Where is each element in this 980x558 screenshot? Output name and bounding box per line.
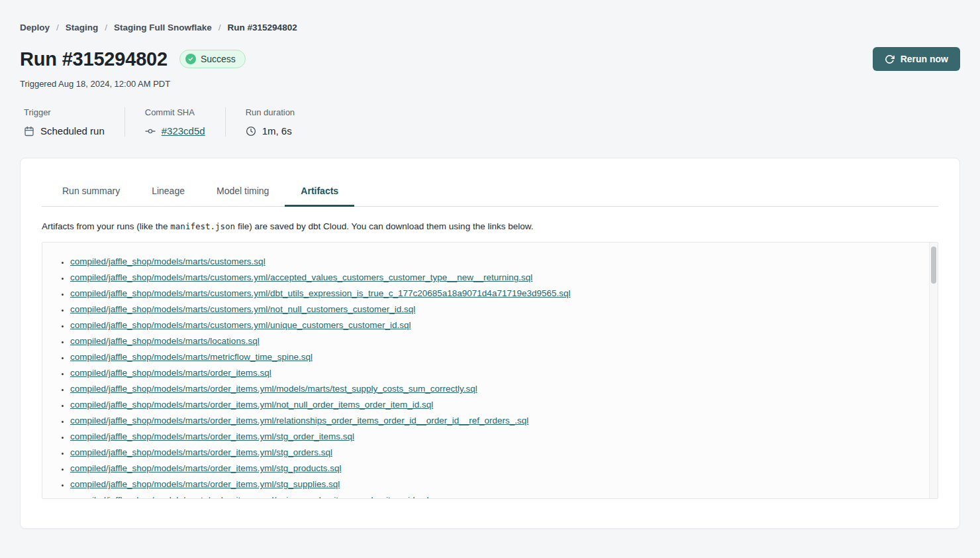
artifacts-intro-text: Artifacts from your runs (like the manif… bbox=[42, 221, 938, 231]
meta-trigger: Trigger Scheduled run bbox=[20, 107, 124, 137]
tab-bar: Run summary Lineage Model timing Artifac… bbox=[42, 177, 938, 207]
artifact-link[interactable]: compiled/jaffle_shop/models/marts/custom… bbox=[70, 320, 411, 330]
artifact-link[interactable]: compiled/jaffle_shop/models/marts/metric… bbox=[70, 352, 313, 362]
artifact-list-item: compiled/jaffle_shop/models/marts/locati… bbox=[70, 333, 918, 349]
run-meta-row: Trigger Scheduled run Commit SHA bbox=[20, 107, 960, 137]
artifact-link[interactable]: compiled/jaffle_shop/models/marts/order_… bbox=[70, 400, 433, 410]
artifact-list-item: compiled/jaffle_shop/models/marts/order_… bbox=[70, 397, 918, 413]
artifact-link[interactable]: compiled/jaffle_shop/models/marts/order_… bbox=[70, 368, 271, 378]
artifact-list-item: compiled/jaffle_shop/models/marts/order_… bbox=[70, 381, 918, 397]
breadcrumb-job[interactable]: Staging Full Snowflake bbox=[114, 23, 212, 32]
tab-run-summary[interactable]: Run summary bbox=[46, 177, 136, 206]
breadcrumb-deploy[interactable]: Deploy bbox=[20, 23, 50, 32]
tab-model-timing[interactable]: Model timing bbox=[201, 177, 285, 206]
meta-duration-label: Run duration bbox=[246, 107, 295, 117]
triggered-timestamp: Triggered Aug 18, 2024, 12:00 AM PDT bbox=[20, 79, 960, 89]
artifact-list-item: compiled/jaffle_shop/models/marts/order_… bbox=[70, 461, 918, 476]
artifact-list-item: compiled/jaffle_shop/models/marts/custom… bbox=[70, 286, 918, 302]
artifact-list-item: compiled/jaffle_shop/models/marts/custom… bbox=[70, 317, 918, 333]
artifact-list-item: compiled/jaffle_shop/models/marts/order_… bbox=[70, 445, 918, 461]
meta-commit: Commit SHA #323cd5d bbox=[124, 107, 225, 137]
artifact-list-item: compiled/jaffle_shop/models/marts/order_… bbox=[70, 492, 918, 499]
tab-artifacts[interactable]: Artifacts bbox=[285, 177, 354, 206]
artifact-list-item: compiled/jaffle_shop/models/marts/order_… bbox=[70, 429, 918, 445]
artifact-list-item: compiled/jaffle_shop/models/marts/metric… bbox=[70, 349, 918, 365]
artifact-link[interactable]: compiled/jaffle_shop/models/marts/custom… bbox=[70, 272, 532, 282]
artifact-link[interactable]: compiled/jaffle_shop/models/marts/order_… bbox=[70, 384, 477, 394]
meta-trigger-value: Scheduled run bbox=[40, 125, 105, 137]
git-commit-icon bbox=[145, 126, 156, 137]
manifest-json-code: manifest.json bbox=[170, 221, 235, 231]
artifact-list-item: compiled/jaffle_shop/models/marts/order_… bbox=[70, 476, 918, 492]
clock-icon bbox=[246, 126, 256, 137]
rerun-now-label: Rerun now bbox=[901, 54, 948, 64]
artifact-list-item: compiled/jaffle_shop/models/marts/custom… bbox=[70, 270, 918, 286]
artifact-list-item: compiled/jaffle_shop/models/marts/custom… bbox=[70, 254, 918, 270]
breadcrumb-separator: / bbox=[105, 23, 107, 32]
breadcrumb: Deploy / Staging / Staging Full Snowflak… bbox=[20, 23, 960, 32]
meta-duration-value: 1m, 6s bbox=[262, 125, 292, 137]
breadcrumb-current-run: Run #315294802 bbox=[228, 23, 297, 32]
meta-trigger-label: Trigger bbox=[24, 107, 105, 117]
run-detail-card: Run summary Lineage Model timing Artifac… bbox=[20, 158, 960, 529]
breadcrumb-separator: / bbox=[219, 23, 221, 32]
page-header: Deploy / Staging / Staging Full Snowflak… bbox=[0, 0, 980, 137]
scrollbar-track[interactable] bbox=[929, 243, 938, 498]
artifact-link[interactable]: compiled/jaffle_shop/models/marts/order_… bbox=[70, 447, 332, 457]
artifact-list: compiled/jaffle_shop/models/marts/custom… bbox=[42, 243, 938, 499]
calendar-icon bbox=[24, 126, 34, 137]
breadcrumb-staging[interactable]: Staging bbox=[66, 23, 99, 32]
artifact-link[interactable]: compiled/jaffle_shop/models/marts/custom… bbox=[70, 304, 415, 314]
artifact-list-item: compiled/jaffle_shop/models/marts/order_… bbox=[70, 365, 918, 381]
meta-commit-label: Commit SHA bbox=[145, 107, 205, 117]
breadcrumb-separator: / bbox=[56, 23, 59, 32]
artifact-list-item: compiled/jaffle_shop/models/marts/order_… bbox=[70, 413, 918, 429]
artifact-link[interactable]: compiled/jaffle_shop/models/marts/locati… bbox=[70, 336, 260, 346]
artifact-link[interactable]: compiled/jaffle_shop/models/marts/custom… bbox=[70, 288, 571, 298]
refresh-icon bbox=[885, 54, 895, 64]
success-check-icon bbox=[185, 54, 196, 64]
artifact-list-container: compiled/jaffle_shop/models/marts/custom… bbox=[42, 242, 938, 499]
status-badge: Success bbox=[179, 50, 246, 68]
artifact-link[interactable]: compiled/jaffle_shop/models/marts/order_… bbox=[70, 431, 354, 441]
artifact-link[interactable]: compiled/jaffle_shop/models/marts/order_… bbox=[70, 479, 340, 489]
artifact-link[interactable]: compiled/jaffle_shop/models/marts/order_… bbox=[70, 495, 429, 499]
artifact-link[interactable]: compiled/jaffle_shop/models/marts/order_… bbox=[70, 416, 528, 425]
status-badge-label: Success bbox=[201, 54, 236, 64]
tab-lineage[interactable]: Lineage bbox=[136, 177, 201, 206]
artifact-list-item: compiled/jaffle_shop/models/marts/custom… bbox=[70, 302, 918, 317]
artifact-link[interactable]: compiled/jaffle_shop/models/marts/custom… bbox=[70, 256, 266, 266]
artifact-link[interactable]: compiled/jaffle_shop/models/marts/order_… bbox=[70, 463, 341, 473]
rerun-now-button[interactable]: Rerun now bbox=[873, 47, 960, 71]
page-title: Run #315294802 bbox=[20, 48, 168, 70]
commit-sha-link[interactable]: #323cd5d bbox=[162, 125, 205, 137]
scrollbar-thumb[interactable] bbox=[931, 247, 936, 284]
meta-duration: Run duration 1m, 6s bbox=[225, 107, 315, 137]
